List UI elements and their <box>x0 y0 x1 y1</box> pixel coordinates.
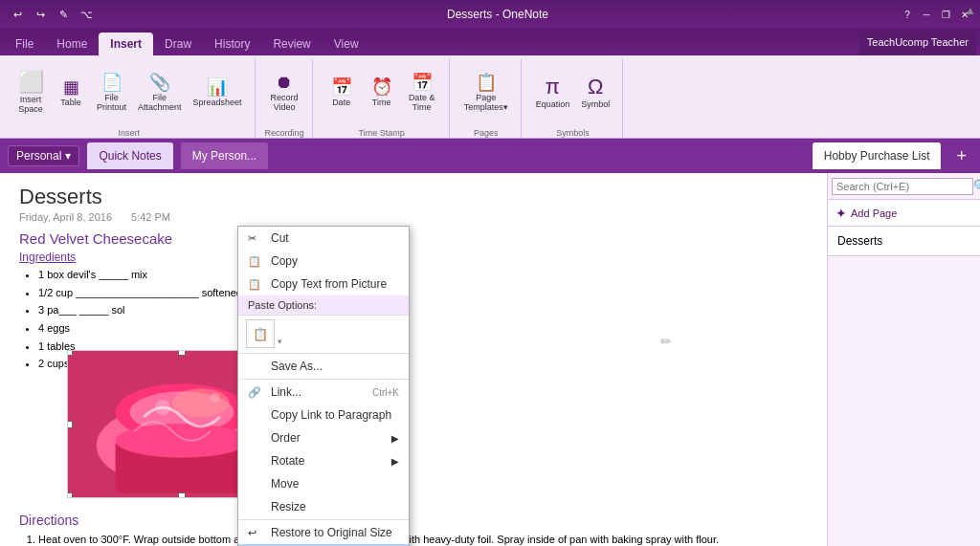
insert-group-label: Insert <box>119 128 141 138</box>
tab-draw[interactable]: Draw <box>153 33 203 55</box>
ctx-sep-3 <box>238 519 409 520</box>
handle-tm[interactable] <box>178 350 186 356</box>
search-button[interactable]: 🔍 <box>973 179 980 193</box>
rotate-arrow-icon: ▶ <box>391 456 399 467</box>
ctx-link[interactable]: 🔗 Link... Ctrl+K <box>238 381 409 404</box>
ctx-copy[interactable]: 📋 Copy <box>238 250 409 273</box>
ribbon-group-insert: ⬜ InsertSpace ▦ Table 📄 FilePrintout 📎 F… <box>4 59 256 138</box>
tab-view[interactable]: View <box>323 33 370 55</box>
recording-buttons: ⏺ RecordVideo <box>265 59 303 126</box>
ctx-sep-1 <box>238 353 409 354</box>
qat-back[interactable]: ↩ <box>8 5 27 24</box>
edit-page-icon[interactable]: ✏ <box>660 334 672 349</box>
qat-save[interactable]: ✎ <box>54 5 73 24</box>
spreadsheet-button[interactable]: 📊 Spreadsheet <box>189 64 247 121</box>
handle-bm[interactable] <box>178 492 186 498</box>
handle-bl[interactable] <box>67 492 73 498</box>
ctx-cut-label: Cut <box>271 231 289 245</box>
symbols-buttons: π Equation Ω Symbol <box>531 59 615 126</box>
add-tab-button[interactable]: + <box>950 146 972 166</box>
symbols-group-label: Symbols <box>556 128 590 138</box>
ctx-resize-label: Resize <box>271 500 306 513</box>
date-time-button[interactable]: 📅 Date &Time <box>403 64 441 121</box>
tab-home[interactable]: Home <box>45 33 99 55</box>
add-page-label: Add Page <box>851 207 897 219</box>
ctx-cut[interactable]: ✂ Cut <box>238 227 409 250</box>
ctx-order[interactable]: Order ▶ <box>238 426 409 449</box>
notebook-chevron: ▾ <box>65 149 71 163</box>
spreadsheet-icon: 📊 <box>207 78 228 96</box>
ctx-restore-size[interactable]: ↩ Restore to Original Size <box>238 521 409 544</box>
help-button[interactable]: ? <box>900 7 915 22</box>
ctx-copy-link[interactable]: Copy Link to Paragraph <box>238 404 409 426</box>
pages-group-label: Pages <box>474 128 499 138</box>
equation-icon: π <box>546 76 560 98</box>
page-title: Desserts <box>19 185 808 209</box>
paste-hint: ▾ <box>278 319 282 348</box>
symbol-button[interactable]: Ω Symbol <box>576 64 614 121</box>
collapse-ribbon-button[interactable]: ▲ <box>965 4 976 17</box>
notebook-selector[interactable]: Personal ▾ <box>8 145 79 166</box>
maximize-button[interactable]: ❐ <box>938 7 953 22</box>
tab-quick-notes[interactable]: Quick Notes <box>87 142 172 169</box>
equation-button[interactable]: π Equation <box>531 64 575 121</box>
right-panel: 🔍 ✦ Add Page Desserts <box>827 173 980 546</box>
recording-group-label: Recording <box>265 128 304 138</box>
ctx-rotate[interactable]: Rotate ▶ <box>238 449 409 472</box>
ctx-restore-size-label: Restore to Original Size <box>271 526 392 539</box>
ctx-resize[interactable]: Resize <box>238 495 409 518</box>
table-icon: ▦ <box>63 78 79 96</box>
user-area: TeachUcomp Teacher <box>859 29 976 55</box>
add-page-button[interactable]: ✦ Add Page <box>828 200 980 227</box>
tab-review[interactable]: Review <box>261 33 322 55</box>
page-templates-button[interactable]: 📋 PageTemplates▾ <box>459 64 513 121</box>
ribbon-group-recording: ⏺ RecordVideo Recording <box>257 59 313 138</box>
file-attachment-icon: 📎 <box>149 74 170 91</box>
table-button[interactable]: ▦ Table <box>52 64 90 121</box>
tab-insert[interactable]: Insert <box>99 33 153 55</box>
time-button[interactable]: ⏰ Time <box>363 64 401 121</box>
ctx-copy-label: Copy <box>271 254 298 268</box>
copy-icon: 📋 <box>248 255 263 268</box>
tab-history[interactable]: History <box>203 33 261 55</box>
ribbon-group-symbols: π Equation Ω Symbol Symbols <box>523 59 624 138</box>
ctx-copy-link-label: Copy Link to Paragraph <box>271 408 391 422</box>
user-name: TeachUcomp Teacher <box>867 36 969 48</box>
page-tab-hobby-label: Hobby Purchase List <box>824 149 930 163</box>
file-attachment-button[interactable]: 📎 FileAttachment <box>133 64 187 121</box>
content-area: Desserts Friday, April 8, 2016 5:42 PM R… <box>0 173 827 546</box>
directions-heading: Directions <box>19 513 78 528</box>
ribbon: File Home Insert Draw History Review Vie… <box>0 29 980 139</box>
handle-tl[interactable] <box>67 350 73 356</box>
record-video-icon: ⏺ <box>276 74 293 91</box>
page-tab-hobby[interactable]: Hobby Purchase List <box>813 142 942 169</box>
file-printout-button[interactable]: 📄 FilePrintout <box>92 64 131 121</box>
paste-option-1[interactable]: 📋 <box>246 319 275 348</box>
qat-forward[interactable]: ↪ <box>31 5 50 24</box>
date-button[interactable]: 📅 Date <box>323 64 361 121</box>
ctx-paste-header: Paste Options: <box>238 295 409 316</box>
ctx-rotate-label: Rotate <box>271 454 304 468</box>
minimize-button[interactable]: ─ <box>919 7 934 22</box>
search-bar: 🔍 <box>828 173 980 200</box>
svg-point-7 <box>155 400 170 415</box>
ctx-copy-text-label: Copy Text from Picture <box>271 277 387 291</box>
date-icon: 📅 <box>331 78 352 96</box>
record-video-button[interactable]: ⏺ RecordVideo <box>265 64 303 121</box>
window-title: Desserts - OneNote <box>96 8 900 21</box>
page-item-desserts[interactable]: Desserts <box>828 227 980 256</box>
ingredient-4: 4 eggs <box>38 319 808 338</box>
direction-1: Heat oven to 300°F. Wrap outside bottom … <box>38 532 808 546</box>
ctx-save-as[interactable]: Save As... <box>238 355 409 378</box>
tab-file[interactable]: File <box>4 33 45 55</box>
insert-space-button[interactable]: ⬜ InsertSpace <box>11 64 50 121</box>
ctx-move[interactable]: Move <box>238 472 409 495</box>
qat-options[interactable]: ⌥ <box>77 5 96 24</box>
ctx-copy-text[interactable]: 📋 Copy Text from Picture <box>238 273 409 295</box>
page-date-value: Friday, April 8, 2016 <box>19 211 112 223</box>
search-input[interactable] <box>832 178 973 195</box>
add-page-plus-icon: ✦ <box>835 206 847 221</box>
handle-ml[interactable] <box>67 421 73 428</box>
restore-size-icon: ↩ <box>248 527 263 539</box>
tab-my-personal[interactable]: My Person... <box>181 142 268 169</box>
